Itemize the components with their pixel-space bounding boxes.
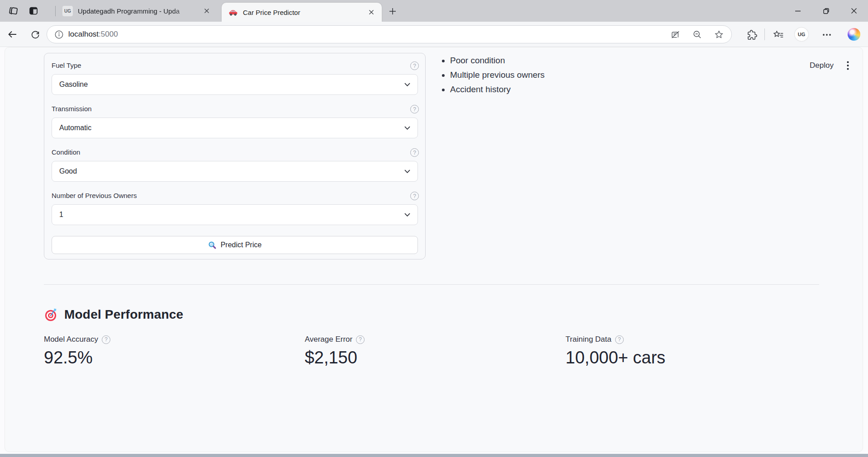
app-page: Fuel Type Gasoline Transmission Automati… — [5, 47, 863, 452]
deploy-button[interactable]: Deploy — [810, 61, 834, 70]
field-fuel-type: Fuel Type Gasoline — [52, 61, 418, 95]
metric-value: $2,150 — [305, 347, 559, 368]
close-tab-icon[interactable] — [202, 6, 212, 16]
favorite-star-icon[interactable] — [713, 29, 724, 40]
select-value: 1 — [59, 211, 63, 219]
field-previous-owners: Number of Previous Owners 1 — [52, 191, 418, 225]
car-favicon-icon — [228, 8, 238, 17]
field-label: Condition — [52, 147, 418, 157]
metric-value: 92.5% — [44, 347, 298, 368]
metric-training-data: Training Data 10,000+ cars — [565, 335, 819, 368]
url-host: localhost — [68, 30, 99, 38]
profile-avatar[interactable]: UG — [795, 28, 808, 41]
tab-actions-icon[interactable] — [28, 5, 39, 17]
toolbar-separator — [764, 28, 765, 40]
select-value: Automatic — [59, 124, 91, 132]
zoom-out-icon[interactable] — [692, 29, 702, 40]
avatar-initials: UG — [798, 32, 806, 37]
field-label: Transmission — [52, 104, 418, 114]
close-window-button[interactable] — [840, 0, 868, 22]
field-transmission: Transmission Automatic — [52, 104, 418, 138]
window-controls — [784, 0, 868, 22]
metric-label: Model Accuracy — [44, 335, 98, 344]
field-condition: Condition Good — [52, 147, 418, 182]
tab-separator — [55, 6, 56, 16]
minimize-button[interactable] — [784, 0, 812, 22]
predict-price-label: Predict Price — [221, 241, 262, 249]
condition-select[interactable]: Good — [52, 161, 418, 182]
browser-tab-car-price-predictor[interactable]: Car Price Predictor — [222, 3, 382, 22]
transmission-select[interactable]: Automatic — [52, 118, 418, 138]
browser-tab-updategadh[interactable]: UG Updategadh Programming - Upda — [57, 0, 216, 22]
browser-viewport: Fuel Type Gasoline Transmission Automati… — [0, 47, 868, 457]
streamlit-header-actions: Deploy — [810, 60, 852, 71]
url-text: localhost:5000 — [68, 30, 118, 39]
chevron-down-icon — [404, 213, 410, 217]
magnifier-icon — [208, 241, 217, 250]
performance-header: Model Performance — [44, 307, 183, 322]
help-icon[interactable] — [410, 192, 419, 200]
select-value: Good — [59, 167, 77, 175]
help-icon[interactable] — [102, 335, 110, 344]
settings-more-icon[interactable] — [820, 29, 834, 41]
site-info-icon[interactable] — [54, 30, 64, 39]
horizontal-scrollbar[interactable] — [0, 454, 868, 457]
metric-model-accuracy: Model Accuracy 92.5% — [44, 335, 298, 368]
tab-title: Updategadh Programming - Upda — [78, 7, 202, 15]
help-icon[interactable] — [410, 148, 419, 157]
metric-value: 10,000+ cars — [565, 347, 819, 368]
chevron-down-icon — [404, 83, 410, 86]
tab-title: Car Price Predictor — [243, 9, 366, 16]
address-bar[interactable]: localhost:5000 — [47, 25, 732, 43]
updategadh-favicon-icon: UG — [62, 6, 73, 16]
help-icon[interactable] — [615, 335, 624, 344]
list-item: Accident history — [450, 82, 545, 97]
back-button[interactable] — [7, 29, 18, 40]
read-aloud-off-icon[interactable] — [670, 29, 681, 40]
predict-price-button[interactable]: Predict Price — [52, 236, 418, 254]
section-divider — [44, 284, 819, 285]
workspaces-icon[interactable] — [7, 5, 19, 17]
fuel-type-select[interactable]: Gasoline — [52, 74, 418, 95]
help-icon[interactable] — [410, 105, 419, 113]
metric-average-error: Average Error $2,150 — [305, 335, 559, 368]
previous-owners-select[interactable]: 1 — [52, 204, 418, 225]
chevron-down-icon — [404, 126, 410, 130]
refresh-button[interactable] — [30, 29, 41, 40]
metric-label: Training Data — [565, 335, 611, 344]
app-menu-kebab-icon[interactable] — [844, 60, 852, 71]
new-tab-button[interactable] — [387, 6, 398, 17]
chevron-down-icon — [404, 170, 410, 173]
favicon-text: UG — [64, 9, 71, 14]
restore-button[interactable] — [812, 0, 840, 22]
metric-label: Average Error — [305, 335, 353, 344]
dart-target-icon — [44, 308, 58, 322]
browser-tab-strip: UG Updategadh Programming - Upda Car Pri… — [0, 0, 868, 22]
field-label: Fuel Type — [52, 61, 418, 71]
copilot-icon[interactable] — [848, 28, 860, 41]
field-label: Number of Previous Owners — [52, 191, 418, 201]
close-tab-icon[interactable] — [366, 7, 376, 17]
list-item: Multiple previous owners — [450, 68, 545, 82]
select-value: Gasoline — [59, 80, 88, 89]
car-details-form: Fuel Type Gasoline Transmission Automati… — [44, 53, 426, 259]
extensions-icon[interactable] — [746, 29, 758, 41]
price-factors-list: Poor condition Multiple previous owners … — [431, 53, 545, 97]
metrics-row: Model Accuracy 92.5% Average Error $2,15… — [44, 335, 819, 368]
browser-toolbar: localhost:5000 UG — [0, 22, 868, 47]
url-port: :5000 — [99, 30, 118, 38]
favorites-list-icon[interactable] — [773, 29, 784, 41]
help-icon[interactable] — [356, 335, 365, 344]
list-item: Poor condition — [450, 53, 545, 68]
help-icon[interactable] — [410, 61, 419, 70]
performance-title: Model Performance — [64, 307, 183, 322]
